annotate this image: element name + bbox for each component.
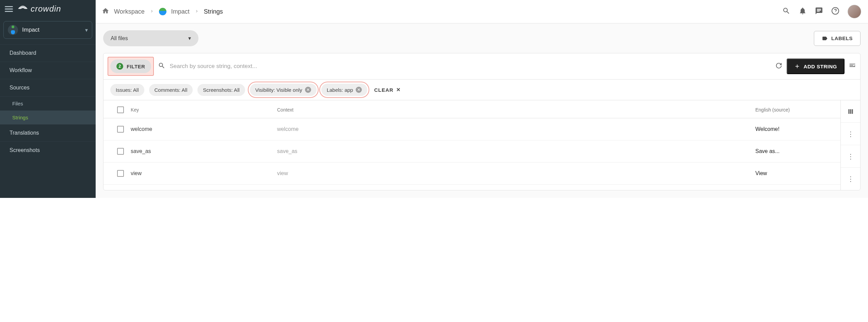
filter-chip[interactable]: Screenshots: All <box>197 84 245 96</box>
add-string-button[interactable]: ADD STRING <box>787 58 845 74</box>
table-row[interactable]: welcomewelcomeWelcome! <box>103 118 840 140</box>
cell-key: save_as <box>131 148 277 154</box>
project-icon <box>159 8 166 15</box>
add-string-label: ADD STRING <box>804 64 837 69</box>
chevron-right-icon <box>149 8 154 15</box>
filter-chip[interactable]: Issues: All <box>110 84 144 96</box>
project-selector[interactable]: Impact ▾ <box>3 21 92 39</box>
sidebar-item-screenshots[interactable]: Screenshots <box>0 142 96 159</box>
row-checkbox[interactable] <box>117 126 124 133</box>
notifications-icon[interactable] <box>799 7 807 16</box>
filter-chip[interactable]: Comments: All <box>149 84 193 96</box>
cell-english: View <box>755 170 834 176</box>
chevron-down-icon: ▾ <box>188 35 191 41</box>
project-icon <box>8 25 18 35</box>
column-key: Key <box>131 107 277 113</box>
chip-label: Screenshots: All <box>203 87 240 93</box>
logo[interactable]: crowdin <box>18 4 61 14</box>
breadcrumb-current: Strings <box>204 8 223 15</box>
filter-count: 2 <box>116 63 123 70</box>
project-name: Impact <box>22 27 81 33</box>
chip-remove-icon[interactable]: ✕ <box>356 87 362 93</box>
sidebar-item-sources[interactable]: Sources <box>0 79 96 97</box>
filter-chip[interactable]: Visibility: Visible only✕ <box>250 84 317 96</box>
sidebar-sub-strings[interactable]: Strings <box>0 111 96 124</box>
chip-label: Issues: All <box>116 87 139 93</box>
cell-context: welcome <box>277 126 755 132</box>
filter-label: FILTER <box>127 64 145 69</box>
row-more-icon[interactable]: ⋮ <box>841 145 860 168</box>
columns-icon[interactable] <box>841 100 860 123</box>
clear-button[interactable]: CLEAR ✕ <box>374 87 401 93</box>
search-input[interactable] <box>170 63 771 70</box>
clear-label: CLEAR <box>374 87 393 93</box>
sidebar-item-dashboard[interactable]: Dashboard <box>0 44 96 62</box>
labels-button[interactable]: LABELS <box>814 31 861 46</box>
messages-icon[interactable] <box>815 7 823 16</box>
cell-english: Save as... <box>755 148 834 154</box>
row-more-icon[interactable]: ⋮ <box>841 123 860 145</box>
wrap-icon[interactable] <box>849 62 856 71</box>
sidebar-item-workflow[interactable]: Workflow <box>0 62 96 79</box>
home-icon[interactable] <box>102 7 109 16</box>
filter-chip[interactable]: Labels: app✕ <box>321 84 368 96</box>
row-checkbox[interactable] <box>117 170 124 177</box>
chevron-right-icon <box>194 8 199 15</box>
cell-key: view <box>131 170 277 176</box>
sync-icon[interactable] <box>775 62 783 71</box>
sidebar-sub-files[interactable]: Files <box>0 97 96 111</box>
sidebar-item-translations[interactable]: Translations <box>0 124 96 142</box>
table-row[interactable]: save_assave_asSave as... <box>103 140 840 163</box>
menu-button[interactable] <box>5 5 13 13</box>
files-select[interactable]: All files ▾ <box>103 30 198 46</box>
cell-english: Welcome! <box>755 126 834 132</box>
breadcrumb: Workspace Impact Strings <box>102 7 223 16</box>
close-icon: ✕ <box>396 87 401 93</box>
files-select-label: All files <box>111 35 128 41</box>
avatar[interactable] <box>848 5 861 18</box>
cell-context: save_as <box>277 148 755 154</box>
search-icon <box>158 62 165 71</box>
breadcrumb-workspace[interactable]: Workspace <box>114 8 145 15</box>
row-checkbox[interactable] <box>117 148 124 155</box>
chip-label: Visibility: Visible only <box>255 87 302 93</box>
cell-key: welcome <box>131 126 277 132</box>
table-row[interactable]: viewviewView <box>103 163 840 185</box>
help-icon[interactable] <box>831 7 839 16</box>
row-more-icon[interactable]: ⋮ <box>841 168 860 190</box>
search-icon[interactable] <box>782 7 790 16</box>
cell-context: view <box>277 170 755 176</box>
logo-text: crowdin <box>31 4 61 14</box>
chip-label: Comments: All <box>155 87 188 93</box>
labels-button-label: LABELS <box>831 35 853 41</box>
column-context: Context <box>277 107 755 113</box>
breadcrumb-project[interactable]: Impact <box>171 8 190 15</box>
chip-label: Labels: app <box>327 87 353 93</box>
column-english: English (source) <box>755 107 834 113</box>
select-all-checkbox[interactable] <box>117 106 124 113</box>
chevron-down-icon: ▾ <box>85 27 88 33</box>
filter-button[interactable]: 2 FILTER <box>110 60 151 73</box>
chip-remove-icon[interactable]: ✕ <box>305 87 311 93</box>
